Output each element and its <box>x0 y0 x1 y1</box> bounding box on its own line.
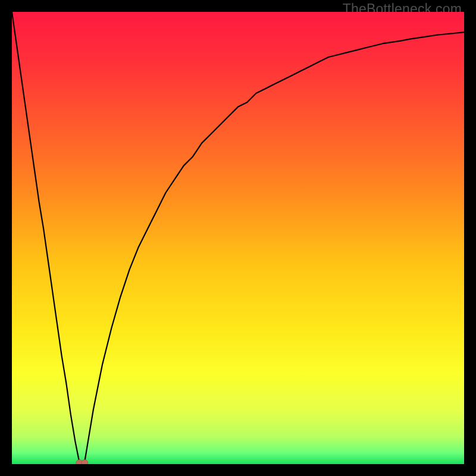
chart-frame <box>12 12 464 464</box>
bottleneck-chart <box>12 12 464 464</box>
chart-background <box>12 12 464 464</box>
